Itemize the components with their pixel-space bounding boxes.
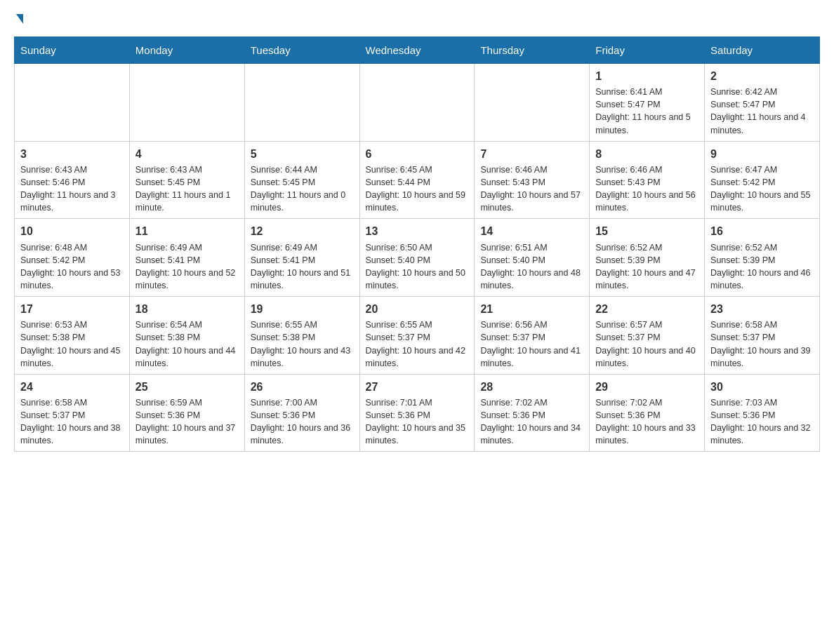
day-info-line: Sunset: 5:36 PM: [595, 409, 699, 422]
day-info-line: Sunrise: 7:02 AM: [595, 396, 699, 409]
day-info-line: Daylight: 10 hours and 50 minutes.: [366, 267, 469, 292]
day-info-line: Daylight: 11 hours and 4 minutes.: [710, 111, 814, 136]
calendar-day-cell: 16Sunrise: 6:52 AMSunset: 5:39 PMDayligh…: [705, 219, 820, 297]
page-header: [14, 14, 820, 25]
day-info-line: Daylight: 10 hours and 55 minutes.: [710, 189, 814, 214]
calendar-day-cell: 12Sunrise: 6:49 AMSunset: 5:41 PMDayligh…: [244, 219, 359, 297]
day-info-line: Sunset: 5:38 PM: [20, 331, 124, 344]
day-info-line: Sunset: 5:36 PM: [135, 409, 239, 422]
day-info-line: Sunrise: 6:53 AM: [20, 318, 124, 331]
day-info-line: Sunset: 5:37 PM: [20, 409, 124, 422]
day-number: 6: [366, 146, 469, 162]
day-info-line: Sunset: 5:37 PM: [595, 331, 699, 344]
day-info-line: Sunrise: 6:51 AM: [480, 241, 583, 254]
day-info-line: Sunset: 5:40 PM: [480, 254, 583, 267]
day-info-line: Daylight: 10 hours and 47 minutes.: [595, 267, 699, 292]
day-info-line: Sunset: 5:40 PM: [366, 254, 469, 267]
day-number: 11: [135, 223, 239, 239]
day-info-line: Daylight: 10 hours and 57 minutes.: [480, 189, 583, 214]
day-info-line: Daylight: 10 hours and 36 minutes.: [251, 422, 354, 447]
day-number: 1: [595, 68, 699, 84]
calendar-day-cell: 19Sunrise: 6:55 AMSunset: 5:38 PMDayligh…: [244, 297, 359, 375]
day-info-line: Daylight: 11 hours and 5 minutes.: [595, 111, 699, 136]
day-number: 4: [135, 146, 239, 162]
calendar-day-cell: 30Sunrise: 7:03 AMSunset: 5:36 PMDayligh…: [705, 374, 820, 452]
day-number: 12: [251, 223, 354, 239]
day-info-line: Sunrise: 6:42 AM: [710, 86, 814, 98]
day-info-line: Sunset: 5:36 PM: [480, 409, 583, 422]
day-info-line: Sunset: 5:43 PM: [480, 176, 583, 189]
day-of-week-header: Tuesday: [244, 37, 359, 64]
day-info-line: Sunrise: 6:56 AM: [480, 318, 583, 331]
calendar-day-cell: 14Sunrise: 6:51 AMSunset: 5:40 PMDayligh…: [475, 219, 590, 297]
day-info-line: Sunset: 5:37 PM: [710, 331, 814, 344]
calendar-week-row: 10Sunrise: 6:48 AMSunset: 5:42 PMDayligh…: [15, 219, 820, 297]
day-info-line: Sunset: 5:47 PM: [595, 98, 699, 111]
calendar-day-cell: 2Sunrise: 6:42 AMSunset: 5:47 PMDaylight…: [705, 64, 820, 142]
day-info-line: Sunrise: 6:58 AM: [710, 318, 814, 331]
day-of-week-header: Friday: [590, 37, 705, 64]
day-info-line: Daylight: 10 hours and 44 minutes.: [135, 344, 239, 370]
day-number: 16: [710, 223, 814, 239]
day-number: 23: [710, 301, 814, 317]
day-number: 25: [135, 379, 239, 395]
day-info-line: Daylight: 10 hours and 51 minutes.: [251, 267, 354, 292]
day-number: 21: [480, 301, 583, 317]
day-info-line: Daylight: 10 hours and 56 minutes.: [595, 189, 699, 214]
day-number: 17: [20, 301, 124, 317]
calendar-day-cell: 17Sunrise: 6:53 AMSunset: 5:38 PMDayligh…: [15, 297, 130, 375]
day-number: 26: [251, 379, 354, 395]
day-info-line: Sunset: 5:45 PM: [251, 176, 354, 189]
day-info-line: Daylight: 10 hours and 53 minutes.: [20, 267, 124, 292]
day-info-line: Sunrise: 7:01 AM: [366, 396, 469, 409]
calendar-day-cell: 15Sunrise: 6:52 AMSunset: 5:39 PMDayligh…: [590, 219, 705, 297]
day-info-line: Daylight: 10 hours and 42 minutes.: [366, 344, 469, 370]
calendar-day-cell: 4Sunrise: 6:43 AMSunset: 5:45 PMDaylight…: [129, 141, 244, 219]
calendar-day-cell: 25Sunrise: 6:59 AMSunset: 5:36 PMDayligh…: [129, 374, 244, 452]
day-number: 30: [710, 379, 814, 395]
calendar-day-cell: 9Sunrise: 6:47 AMSunset: 5:42 PMDaylight…: [705, 141, 820, 219]
calendar-day-cell: 28Sunrise: 7:02 AMSunset: 5:36 PMDayligh…: [475, 374, 590, 452]
day-info-line: Daylight: 10 hours and 48 minutes.: [480, 267, 583, 292]
day-info-line: Sunset: 5:38 PM: [135, 331, 239, 344]
day-number: 14: [480, 223, 583, 239]
calendar-day-cell: 6Sunrise: 6:45 AMSunset: 5:44 PMDaylight…: [359, 141, 475, 219]
day-info-line: Sunset: 5:39 PM: [710, 254, 814, 267]
day-number: 29: [595, 379, 699, 395]
day-info-line: Sunset: 5:39 PM: [595, 254, 699, 267]
calendar-day-cell: [15, 64, 130, 142]
calendar-header-row: SundayMondayTuesdayWednesdayThursdayFrid…: [15, 37, 820, 64]
day-info-line: Sunrise: 6:52 AM: [595, 241, 699, 254]
calendar-day-cell: 10Sunrise: 6:48 AMSunset: 5:42 PMDayligh…: [15, 219, 130, 297]
day-number: 2: [710, 68, 814, 84]
day-info-line: Sunrise: 6:47 AM: [710, 163, 814, 176]
day-number: 22: [595, 301, 699, 317]
calendar-table: SundayMondayTuesdayWednesdayThursdayFrid…: [14, 36, 820, 452]
calendar-day-cell: [129, 64, 244, 142]
day-number: 27: [366, 379, 469, 395]
calendar-day-cell: 3Sunrise: 6:43 AMSunset: 5:46 PMDaylight…: [15, 141, 130, 219]
calendar-day-cell: 29Sunrise: 7:02 AMSunset: 5:36 PMDayligh…: [590, 374, 705, 452]
day-info-line: Sunset: 5:42 PM: [710, 176, 814, 189]
calendar-day-cell: 8Sunrise: 6:46 AMSunset: 5:43 PMDaylight…: [590, 141, 705, 219]
day-info-line: Daylight: 10 hours and 43 minutes.: [251, 344, 354, 370]
day-number: 15: [595, 223, 699, 239]
day-number: 8: [595, 146, 699, 162]
day-info-line: Sunset: 5:38 PM: [251, 331, 354, 344]
day-info-line: Sunrise: 7:00 AM: [251, 396, 354, 409]
day-info-line: Daylight: 10 hours and 35 minutes.: [366, 422, 469, 447]
day-info-line: Daylight: 11 hours and 3 minutes.: [20, 189, 124, 214]
day-info-line: Sunset: 5:43 PM: [595, 176, 699, 189]
day-number: 18: [135, 301, 239, 317]
day-number: 13: [366, 223, 469, 239]
day-info-line: Sunrise: 6:49 AM: [135, 241, 239, 254]
day-info-line: Sunrise: 6:46 AM: [595, 163, 699, 176]
day-info-line: Sunset: 5:36 PM: [251, 409, 354, 422]
day-number: 24: [20, 379, 124, 395]
day-number: 19: [251, 301, 354, 317]
day-info-line: Daylight: 10 hours and 40 minutes.: [595, 344, 699, 370]
calendar-day-cell: [475, 64, 590, 142]
day-info-line: Sunset: 5:46 PM: [20, 176, 124, 189]
day-info-line: Sunrise: 6:54 AM: [135, 318, 239, 331]
calendar-week-row: 17Sunrise: 6:53 AMSunset: 5:38 PMDayligh…: [15, 297, 820, 375]
